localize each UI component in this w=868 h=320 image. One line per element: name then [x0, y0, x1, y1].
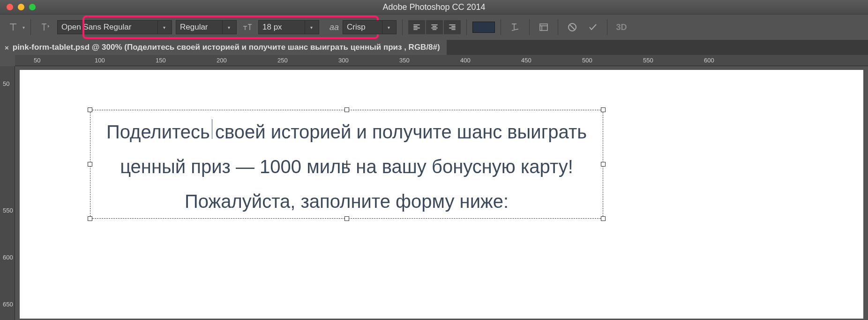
document-page: Поделитесь своей историей и получите шан…: [20, 70, 863, 319]
align-right-button[interactable]: [444, 20, 461, 34]
ruler-tick: 150: [156, 57, 166, 64]
minimize-window-button[interactable]: [18, 4, 24, 10]
ruler-tick: 50: [3, 80, 9, 87]
text-color-swatch[interactable]: [472, 22, 495, 33]
ruler-vertical[interactable]: 50550600650: [0, 66, 15, 320]
ruler-tick: 600: [704, 57, 714, 64]
close-window-button[interactable]: [7, 4, 13, 10]
chevron-down-icon: ▾: [222, 21, 232, 34]
font-family-value: Open Sans Regular: [61, 23, 131, 32]
ruler-horizontal[interactable]: 50100150200250300350400450500550600: [15, 55, 868, 66]
maximize-window-button[interactable]: [29, 4, 36, 10]
ruler-tick: 200: [217, 57, 227, 64]
font-size-value: 18 px: [262, 23, 282, 32]
commit-icon[interactable]: [584, 19, 601, 36]
font-style-select[interactable]: Regular ▾: [176, 20, 237, 34]
cancel-icon[interactable]: [564, 19, 581, 36]
ruler-tick: 400: [460, 57, 471, 64]
ruler-tick: 450: [521, 57, 531, 64]
warp-text-icon[interactable]: [507, 19, 524, 36]
resize-handle[interactable]: [601, 216, 606, 221]
antialias-select[interactable]: Crisp ▾: [343, 20, 397, 34]
close-tab-icon[interactable]: ×: [5, 44, 9, 52]
document-tab-label: pink-form-tablet.psd @ 300% (Поделитесь …: [13, 43, 440, 52]
font-size-select[interactable]: 18 px ▾: [258, 20, 319, 34]
resize-handle[interactable]: [601, 107, 606, 112]
tool-preset-chev[interactable]: ▾: [22, 25, 25, 30]
ruler-tick: 600: [3, 254, 13, 261]
resize-handle[interactable]: [601, 162, 606, 167]
ruler-tick: 500: [582, 57, 592, 64]
ruler-tick: 550: [643, 57, 653, 64]
font-style-value: Regular: [180, 23, 208, 32]
options-bar: ▾ Open Sans Regular ▾ Regular ▾ 18 px ▾ …: [0, 14, 868, 40]
chevron-down-icon: ▾: [305, 21, 315, 34]
font-size-icon: [240, 19, 254, 36]
window-titlebar: Adobe Photoshop CC 2014: [0, 0, 868, 14]
character-panel-icon[interactable]: [535, 19, 552, 36]
ruler-tick: 550: [3, 207, 13, 214]
3d-icon[interactable]: 3D: [613, 19, 630, 36]
document-tab-bar: × pink-form-tablet.psd @ 300% (Поделитес…: [0, 40, 868, 55]
font-family-select[interactable]: Open Sans Regular ▾: [57, 20, 172, 34]
text-caret: [212, 119, 212, 139]
antialias-label: aa: [329, 23, 339, 32]
resize-handle[interactable]: [344, 107, 349, 112]
chevron-down-icon: ▾: [382, 21, 392, 34]
document-tab[interactable]: × pink-form-tablet.psd @ 300% (Поделитес…: [0, 40, 447, 55]
resize-handle[interactable]: [88, 107, 92, 112]
alignment-group: [408, 20, 461, 34]
ruler-tick: 100: [95, 57, 105, 64]
canvas-area[interactable]: Поделитесь своей историей и получите шан…: [15, 66, 868, 320]
resize-handle[interactable]: [88, 162, 92, 167]
type-tool-icon[interactable]: [5, 19, 22, 36]
text-orientation-icon[interactable]: [37, 19, 53, 36]
text-layer-bounds[interactable]: Поделитесь своей историей и получите шан…: [90, 110, 603, 219]
text-content[interactable]: Поделитесь своей историей и получите шан…: [95, 114, 599, 214]
ruler-tick: 350: [399, 57, 410, 64]
align-center-button[interactable]: [426, 20, 443, 34]
workspace: 50100150200250300350400450500550600 5055…: [0, 55, 868, 320]
antialias-value: Crisp: [347, 23, 366, 32]
ruler-tick: 50: [34, 57, 40, 64]
ruler-tick: 250: [277, 57, 288, 64]
ruler-tick: 650: [3, 301, 13, 308]
window-controls: [7, 4, 36, 10]
svg-rect-0: [540, 24, 547, 30]
chevron-down-icon: ▾: [157, 21, 168, 34]
ruler-tick: 300: [338, 57, 349, 64]
resize-handle[interactable]: [88, 216, 92, 221]
align-left-button[interactable]: [408, 20, 425, 34]
app-title: Adobe Photoshop CC 2014: [382, 2, 485, 12]
